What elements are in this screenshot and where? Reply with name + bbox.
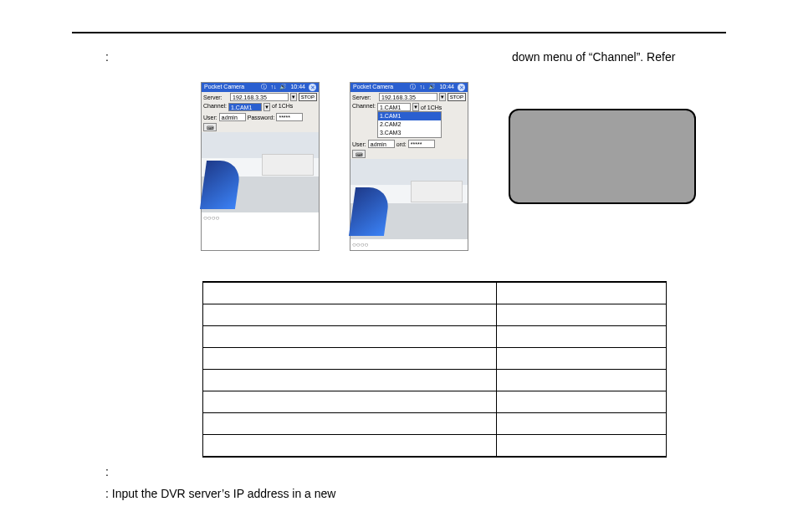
table-row xyxy=(203,326,667,348)
video-background-shelf xyxy=(411,181,463,202)
pda-screenshot-open: Pocket Camera ⓘ ↑↓ 🔊 10:44 ✕ Server: 192… xyxy=(350,82,468,251)
table-cell xyxy=(203,435,497,457)
pager-dots: ○○○○ xyxy=(350,239,468,250)
keyboard-button[interactable]: ⌨ xyxy=(203,123,217,131)
table-cell xyxy=(497,326,667,348)
document-page: : down menu of “Channel”. Refer Pocket C… xyxy=(0,0,798,532)
user-input[interactable]: admin xyxy=(368,140,395,148)
table-cell xyxy=(203,348,497,370)
bluetooth-icon: ⓘ xyxy=(410,84,416,90)
table-cell xyxy=(497,435,667,457)
channel-label: Channel: xyxy=(203,103,227,109)
table-cell xyxy=(203,304,497,326)
server-dropdown-icon[interactable]: ▼ xyxy=(290,93,297,101)
table-row xyxy=(203,435,667,457)
user-label: User: xyxy=(352,141,366,147)
channel-dropdown-list[interactable]: 1.CAM1 2.CAM2 3.CAM3 xyxy=(377,111,442,138)
signal-icon: ↑↓ xyxy=(270,84,276,90)
app-title: Pocket Camera xyxy=(204,84,244,90)
screenshot-row: Pocket Camera ⓘ ↑↓ 🔊 10:44 ✕ Server: 192… xyxy=(201,82,468,251)
close-icon[interactable]: ✕ xyxy=(458,84,465,91)
table-cell xyxy=(497,391,667,413)
table-cell xyxy=(497,413,667,435)
table-row xyxy=(203,391,667,413)
user-row: User: admin Password: ***** xyxy=(202,112,319,122)
password-input[interactable]: ***** xyxy=(276,113,303,121)
channel-suffix: of 1CHs xyxy=(272,103,293,109)
pda-screenshot-closed: Pocket Camera ⓘ ↑↓ 🔊 10:44 ✕ Server: 192… xyxy=(201,82,320,251)
table-cell xyxy=(203,370,497,391)
table-cell xyxy=(497,370,667,391)
password-label: ord: xyxy=(396,141,407,147)
table-cell xyxy=(497,348,667,370)
empty-table xyxy=(202,281,667,458)
channel-row: Channel: 1.CAM1 ▼ of 1CHs xyxy=(202,102,319,112)
password-label: Password: xyxy=(248,115,275,120)
channel-label: Channel: xyxy=(352,103,376,109)
server-input[interactable]: 192.168.3.35 xyxy=(230,93,289,101)
clock: 10:44 xyxy=(439,84,454,90)
clock: 10:44 xyxy=(290,84,305,90)
server-row: Server: 192.168.3.35 ▼ STOP xyxy=(202,92,319,102)
leading-colon: : xyxy=(105,50,109,64)
pager-dots: ○○○○ xyxy=(202,212,319,223)
table-cell xyxy=(203,391,497,413)
bottom-colon: : xyxy=(105,465,109,478)
app-title: Pocket Camera xyxy=(353,84,393,90)
keyboard-button[interactable]: ⌨ xyxy=(352,150,366,158)
table-cell xyxy=(203,283,497,304)
table-row xyxy=(203,413,667,435)
video-preview xyxy=(202,132,319,212)
pda-titlebar: Pocket Camera ⓘ ↑↓ 🔊 10:44 ✕ xyxy=(350,83,468,92)
table-cell xyxy=(497,283,667,304)
table-row xyxy=(203,348,667,370)
video-foreground-object xyxy=(200,161,242,209)
user-label: User: xyxy=(203,115,217,120)
channel-option-2[interactable]: 2.CAM2 xyxy=(378,120,441,129)
video-foreground-object xyxy=(349,187,391,236)
user-row: User: admin ord: ***** xyxy=(350,139,468,149)
table-row xyxy=(203,304,667,326)
table-cell xyxy=(203,413,497,435)
server-dropdown-icon[interactable]: ▼ xyxy=(439,93,446,101)
table-cell xyxy=(203,326,497,348)
channel-option-3[interactable]: 3.CAM3 xyxy=(378,129,441,137)
keyboard-row: ⌨ xyxy=(202,122,319,132)
keyboard-row: ⌨ xyxy=(350,149,468,159)
signal-icon: ↑↓ xyxy=(419,84,425,90)
close-icon[interactable]: ✕ xyxy=(309,84,316,91)
table-cell xyxy=(497,304,667,326)
server-input[interactable]: 192.168.3.35 xyxy=(379,93,437,101)
channel-dropdown-icon[interactable]: ▼ xyxy=(263,103,270,111)
volume-icon: 🔊 xyxy=(279,84,287,90)
table-row xyxy=(203,283,667,304)
channel-dropdown-icon[interactable]: ▼ xyxy=(412,103,419,111)
volume-icon: 🔊 xyxy=(428,84,436,90)
channel-option-1[interactable]: 1.CAM1 xyxy=(378,112,441,120)
placeholder-gray-box xyxy=(509,109,696,204)
horizontal-rule xyxy=(72,32,726,33)
stop-button[interactable]: STOP xyxy=(448,93,466,101)
paragraph-fragment-right: down menu of “Channel”. Refer xyxy=(512,50,675,64)
table-row xyxy=(203,370,667,391)
stop-button[interactable]: STOP xyxy=(299,93,317,101)
channel-select[interactable]: 1.CAM1 xyxy=(228,103,262,111)
channel-row-open: Channel: 1.CAM1 ▼ of 1CHs 1.CAM1 2.CAM2 … xyxy=(350,102,468,139)
channel-select[interactable]: 1.CAM1 xyxy=(377,103,411,111)
video-preview xyxy=(350,159,468,239)
server-row: Server: 192.168.3.35 ▼ STOP xyxy=(350,92,468,102)
bottom-paragraph: : Input the DVR server’s IP address in a… xyxy=(105,487,335,500)
channel-suffix: of 1CHs xyxy=(421,105,442,110)
user-input[interactable]: admin xyxy=(219,113,246,121)
pda-titlebar: Pocket Camera ⓘ ↑↓ 🔊 10:44 ✕ xyxy=(202,83,319,92)
bluetooth-icon: ⓘ xyxy=(261,84,267,90)
server-label: Server: xyxy=(203,95,228,100)
video-background-shelf xyxy=(262,154,314,176)
server-label: Server: xyxy=(352,95,377,100)
password-input[interactable]: ***** xyxy=(408,140,435,148)
